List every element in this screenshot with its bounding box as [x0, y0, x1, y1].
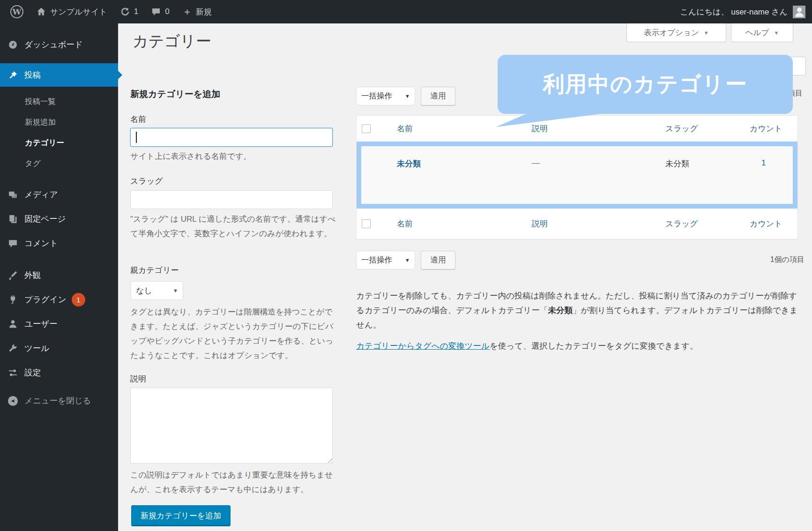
- comment-icon: [151, 7, 161, 16]
- screen-options-label: 表示オプション: [644, 28, 699, 38]
- new-label: 新規: [196, 7, 212, 17]
- sidebar-label: 設定: [24, 367, 41, 378]
- categories-table: 名前 説明 スラッグ カウント 未分類 — 未分類 1 名前 説明 スラッグ カ…: [356, 115, 798, 239]
- home-icon: [37, 7, 46, 16]
- sidebar-label: コメント: [24, 238, 58, 249]
- site-name: サンプルサイト: [50, 7, 107, 17]
- select-all-checkbox-bottom[interactable]: [362, 219, 371, 228]
- brush-icon: [7, 270, 18, 280]
- sidebar-label: ダッシュボード: [24, 39, 83, 50]
- chevron-down-icon: ▼: [774, 30, 779, 36]
- plug-icon: [7, 295, 18, 305]
- submenu-label: カテゴリー: [25, 138, 64, 148]
- sidebar-label: 投稿: [24, 69, 41, 81]
- screen-options-button[interactable]: 表示オプション ▼: [626, 23, 726, 42]
- bulk-action-select-bottom[interactable]: 一括操作 ▼: [356, 251, 415, 269]
- text-cursor: [136, 132, 137, 143]
- sidebar-item-dashboard[interactable]: ダッシュボード: [0, 34, 118, 55]
- sidebar-item-plugins[interactable]: プラグイン 1: [0, 289, 118, 310]
- sidebar-label: メニューを閉じる: [24, 395, 91, 406]
- column-header-count[interactable]: カウント: [750, 218, 797, 229]
- submenu-label: 投稿一覧: [25, 97, 56, 107]
- add-category-submit-button[interactable]: 新規カテゴリーを追加: [131, 505, 231, 526]
- sidebar-item-comments[interactable]: コメント: [0, 233, 118, 254]
- category-count-link[interactable]: 1: [750, 158, 793, 168]
- admin-bar-left: W サンプルサイト 1 0 ＋ 新規: [0, 0, 218, 23]
- sidebar-label: メディア: [24, 189, 58, 200]
- convert-rest: を使って、選択したカテゴリーをタグに変換できます。: [490, 341, 698, 351]
- sidebar-item-settings[interactable]: 設定: [0, 362, 118, 383]
- submenu-add-new[interactable]: 新規追加: [0, 113, 118, 132]
- sidebar-item-pages[interactable]: 固定ページ: [0, 209, 118, 229]
- column-header-slug[interactable]: スラッグ: [660, 218, 750, 229]
- sidebar-item-media[interactable]: メディア: [0, 184, 118, 205]
- submenu-categories[interactable]: カテゴリー: [0, 134, 118, 152]
- dashboard-icon: [7, 40, 18, 50]
- wordpress-admin-screen: W サンプルサイト 1 0 ＋ 新規 こんにちは、 user-name さん: [0, 0, 812, 531]
- parent-category-select[interactable]: なし ▼: [131, 281, 183, 300]
- howdy-greeting[interactable]: こんにちは、 user-name さん: [680, 7, 788, 17]
- submenu-all-posts[interactable]: 投稿一覧: [0, 92, 118, 111]
- sidebar-label: ツール: [24, 343, 49, 354]
- item-count-bottom: 1個の項目: [664, 255, 805, 265]
- comments-icon: [7, 239, 18, 248]
- category-name-link[interactable]: 未分類: [392, 158, 527, 169]
- slug-input[interactable]: [130, 190, 333, 209]
- column-header-slug[interactable]: スラッグ: [660, 123, 750, 134]
- comment-count: 0: [165, 7, 169, 16]
- submenu-label: 新規追加: [25, 117, 56, 127]
- callout-text: 利用中のカテゴリー: [543, 70, 747, 99]
- active-menu-arrow: [118, 71, 122, 79]
- sidebar-label: プラグイン: [24, 294, 67, 305]
- collapse-icon: ◀: [7, 396, 18, 406]
- new-content-menu[interactable]: ＋ 新規: [176, 0, 218, 23]
- help-button[interactable]: ヘルプ ▼: [731, 23, 793, 42]
- plugins-update-badge: 1: [72, 293, 85, 307]
- collapse-menu-button[interactable]: ◀ メニューを閉じる: [0, 390, 118, 411]
- wordpress-menu[interactable]: W: [4, 0, 30, 23]
- pushpin-icon: [7, 70, 18, 80]
- slug-help-text: ”スラッグ” は URL に適した形式の名前です。通常はすべて半角小文字で、英数…: [130, 212, 339, 241]
- site-menu[interactable]: サンプルサイト: [30, 0, 114, 23]
- table-footer-row: 名前 説明 スラッグ カウント: [357, 209, 797, 239]
- name-input[interactable]: [130, 128, 333, 147]
- description-textarea[interactable]: [130, 388, 333, 464]
- parent-category-label: 親カテゴリー: [130, 265, 179, 276]
- avatar-head: [797, 7, 802, 12]
- add-category-heading: 新規カテゴリーを追加: [130, 88, 220, 100]
- convert-note-text: カテゴリーからタグへの変換ツールを使って、選択したカテゴリーをタグに変換できます…: [356, 340, 698, 352]
- apply-button-bottom[interactable]: 適用: [421, 251, 455, 269]
- callout-tail: [496, 113, 608, 127]
- pages-icon: [7, 214, 18, 224]
- chevron-down-icon: ▼: [405, 93, 410, 99]
- category-to-tag-converter-link[interactable]: カテゴリーからタグへの変換ツール: [356, 341, 490, 351]
- avatar[interactable]: [793, 6, 805, 18]
- parent-help-text: タグとは異なり、カテゴリーは階層構造を持つことができます。たとえば、ジャズという…: [130, 305, 339, 363]
- apply-button-top[interactable]: 適用: [421, 87, 455, 105]
- update-count: 1: [134, 7, 138, 16]
- wordpress-logo-icon: W: [10, 5, 23, 18]
- column-header-count[interactable]: カウント: [750, 123, 797, 134]
- sidebar-item-posts[interactable]: 投稿: [0, 63, 118, 87]
- submenu-label: タグ: [25, 158, 41, 169]
- column-header-name[interactable]: 名前: [392, 218, 527, 229]
- comments-menu[interactable]: 0: [145, 0, 176, 23]
- sidebar-item-appearance[interactable]: 外観: [0, 265, 118, 285]
- admin-sidebar: ダッシュボード 投稿 投稿一覧 新規追加 カテゴリー タグ メディア 固定ページ…: [0, 23, 118, 531]
- submenu-tags[interactable]: タグ: [0, 154, 118, 173]
- bulk-action-select-top[interactable]: 一括操作 ▼: [356, 87, 415, 105]
- slug-label: スラッグ: [130, 176, 163, 187]
- column-header-description[interactable]: 説明: [527, 218, 660, 229]
- sidebar-item-tools[interactable]: ツール: [0, 338, 118, 359]
- updates-menu[interactable]: 1: [114, 0, 145, 23]
- admin-bar: W サンプルサイト 1 0 ＋ 新規 こんにちは、 user-name さん: [0, 0, 812, 23]
- chevron-down-icon: ▼: [405, 257, 410, 263]
- callout-bubble: 利用中のカテゴリー: [498, 55, 793, 114]
- avatar-body: [795, 13, 804, 17]
- select-all-checkbox-top[interactable]: [362, 124, 371, 133]
- bulk-action-value: 一括操作: [361, 91, 392, 101]
- description-label: 説明: [130, 374, 146, 384]
- sidebar-item-users[interactable]: ユーザー: [0, 314, 118, 334]
- bulk-action-value: 一括操作: [361, 255, 392, 265]
- plus-icon: ＋: [183, 6, 192, 18]
